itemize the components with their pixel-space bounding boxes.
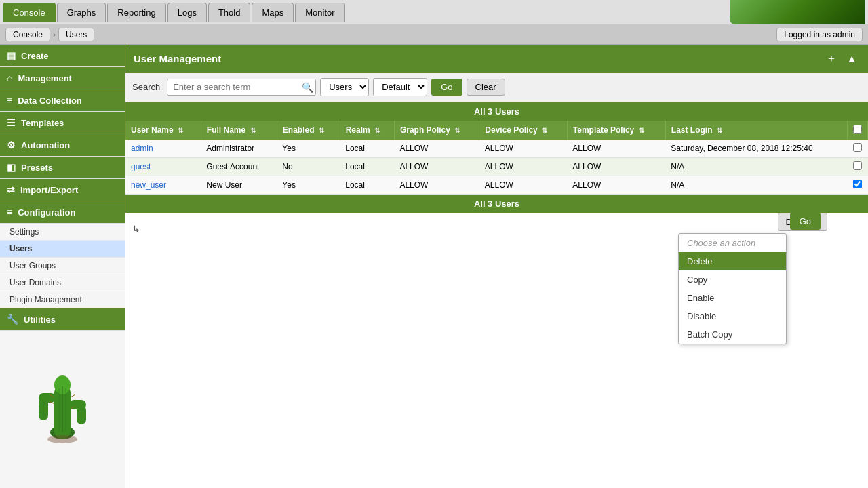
collapse-button[interactable]: ▲: [844, 50, 860, 67]
row-checkbox-0[interactable]: [853, 143, 862, 152]
sidebar-sub-settings[interactable]: Settings: [0, 224, 125, 241]
sidebar-sub-user-groups[interactable]: User Groups: [0, 258, 125, 274]
action-menu-copy[interactable]: Copy: [679, 270, 786, 289]
cell-checkbox[interactable]: [848, 176, 868, 195]
configuration-icon: ≡: [7, 207, 12, 218]
sidebar-item-management[interactable]: ⌂ Management: [0, 67, 125, 89]
cell-fullname: Administrator: [201, 140, 277, 158]
sort-template-icon: ⇅: [639, 127, 644, 134]
cell-username[interactable]: admin: [125, 140, 201, 158]
nav-tab-graphs[interactable]: Graphs: [57, 3, 106, 22]
sidebar-item-presets[interactable]: ◧ Presets: [0, 157, 125, 179]
search-label: Search: [132, 82, 160, 92]
action-go-button[interactable]: Go: [790, 213, 821, 230]
sidebar-item-configuration[interactable]: ≡ Configuration: [0, 201, 125, 224]
cell-username-link[interactable]: admin: [131, 144, 153, 153]
breadcrumb-console[interactable]: Console: [5, 28, 50, 41]
cell-checkbox[interactable]: [848, 158, 868, 176]
breadcrumb-users[interactable]: Users: [58, 28, 94, 41]
sort-username-icon: ⇅: [178, 127, 183, 134]
sidebar-item-automation[interactable]: ⚙ Automation: [0, 134, 125, 157]
sidebar-sub-users[interactable]: Users: [0, 241, 125, 258]
automation-label: Automation: [21, 140, 70, 150]
configuration-label: Configuration: [18, 207, 75, 218]
svg-line-13: [71, 394, 75, 397]
table-header-row: User Name ⇅ Full Name ⇅ Enabled ⇅ Realm …: [125, 121, 868, 140]
sidebar-item-templates[interactable]: ☰ Templates: [0, 112, 125, 134]
filter-select[interactable]: Users: [320, 78, 369, 96]
add-button[interactable]: ＋: [823, 50, 840, 67]
breadcrumb-bar: Console › Users Logged in as admin: [0, 24, 868, 45]
top-nav: Console Graphs Reporting Logs Thold Maps…: [0, 0, 868, 24]
cell-device-policy: ALLOW: [479, 140, 567, 158]
sort-lastlogin-icon: ⇅: [717, 127, 722, 134]
sidebar-sub-user-domains[interactable]: User Domains: [0, 274, 125, 291]
cell-username[interactable]: new_user: [125, 176, 201, 195]
page-title: User Management: [134, 53, 221, 64]
th-device-policy[interactable]: Device Policy ⇅: [479, 121, 567, 140]
th-graph-policy[interactable]: Graph Policy ⇅: [394, 121, 479, 140]
cell-last-login: N/A: [665, 158, 847, 176]
management-icon: ⌂: [7, 73, 12, 83]
nav-tab-maps[interactable]: Maps: [252, 3, 294, 22]
cell-graph-policy: ALLOW: [394, 158, 479, 176]
cell-username-link[interactable]: new_user: [131, 180, 166, 190]
action-menu-batch-copy[interactable]: Batch Copy: [679, 325, 786, 344]
sidebar-item-utilities[interactable]: 🔧 Utilities: [0, 308, 125, 331]
search-go-button[interactable]: Go: [431, 79, 462, 96]
nav-tab-console[interactable]: Console: [3, 3, 56, 22]
cell-last-login: Saturday, December 08, 2018 12:25:40: [665, 140, 847, 158]
th-last-login[interactable]: Last Login ⇅: [665, 121, 847, 140]
cell-enabled: No: [277, 158, 340, 176]
cell-username[interactable]: guest: [125, 158, 201, 176]
th-fullname[interactable]: Full Name ⇅: [201, 121, 277, 140]
indent-arrow-icon: ↳: [132, 224, 140, 235]
cell-checkbox[interactable]: [848, 140, 868, 158]
sidebar-sub-plugin-management[interactable]: Plugin Management: [0, 291, 125, 308]
nav-tab-thold[interactable]: Thold: [208, 3, 251, 22]
cell-username-link[interactable]: guest: [131, 162, 151, 171]
cell-realm: Local: [340, 140, 394, 158]
select-all-checkbox[interactable]: [853, 125, 862, 134]
nav-tab-logs[interactable]: Logs: [167, 3, 207, 22]
breadcrumb-sep: ›: [53, 30, 56, 39]
presets-label: Presets: [21, 163, 53, 173]
action-menu-enable[interactable]: Enable: [679, 289, 786, 307]
nav-tab-monitor[interactable]: Monitor: [295, 3, 344, 22]
cell-enabled: Yes: [277, 176, 340, 195]
import-export-label: Import/Export: [20, 185, 78, 195]
search-input-wrap: 🔍: [167, 79, 316, 96]
main-layout: ▤ Create ⌂ Management ≡ Data Collection …: [0, 45, 868, 488]
table-row: guestGuest AccountNoLocalALLOWALLOWALLOW…: [125, 158, 868, 176]
th-username[interactable]: User Name ⇅: [125, 121, 201, 140]
scope-select[interactable]: Default: [373, 78, 427, 96]
search-bar: Search 🔍 Users Default Go Clear: [125, 73, 868, 102]
action-dropdown-menu: Choose an action Delete Copy Enable Disa…: [678, 233, 787, 344]
import-export-icon: ⇄: [7, 184, 15, 195]
templates-icon: ☰: [7, 117, 16, 128]
action-menu-disable[interactable]: Disable: [679, 307, 786, 325]
table-body: adminAdministratorYesLocalALLOWALLOWALLO…: [125, 140, 868, 195]
search-clear-button[interactable]: Clear: [467, 79, 505, 96]
th-realm[interactable]: Realm ⇅: [340, 121, 394, 140]
content-header: User Management ＋ ▲: [125, 45, 868, 73]
row-checkbox-1[interactable]: [853, 161, 862, 170]
action-menu-choose: Choose an action: [679, 234, 786, 252]
sidebar-item-data-collection[interactable]: ≡ Data Collection: [0, 89, 125, 112]
nav-tab-reporting[interactable]: Reporting: [107, 3, 165, 22]
search-input[interactable]: [167, 79, 316, 96]
th-enabled[interactable]: Enabled ⇅: [277, 121, 340, 140]
all-users-footer: All 3 Users: [125, 195, 868, 213]
cell-realm: Local: [340, 176, 394, 195]
search-submit-icon[interactable]: 🔍: [302, 82, 313, 93]
th-template-policy[interactable]: Template Policy ⇅: [567, 121, 665, 140]
row-checkbox-2[interactable]: [853, 180, 862, 188]
th-checkbox-all[interactable]: [848, 121, 868, 140]
sidebar-item-create[interactable]: ▤ Create: [0, 45, 125, 67]
data-collection-label: Data Collection: [18, 96, 82, 106]
action-menu-delete[interactable]: Delete: [679, 252, 786, 270]
sidebar-item-import-export[interactable]: ⇄ Import/Export: [0, 179, 125, 201]
cell-last-login: N/A: [665, 176, 847, 195]
templates-label: Templates: [21, 118, 64, 128]
create-icon: ▤: [7, 50, 16, 61]
